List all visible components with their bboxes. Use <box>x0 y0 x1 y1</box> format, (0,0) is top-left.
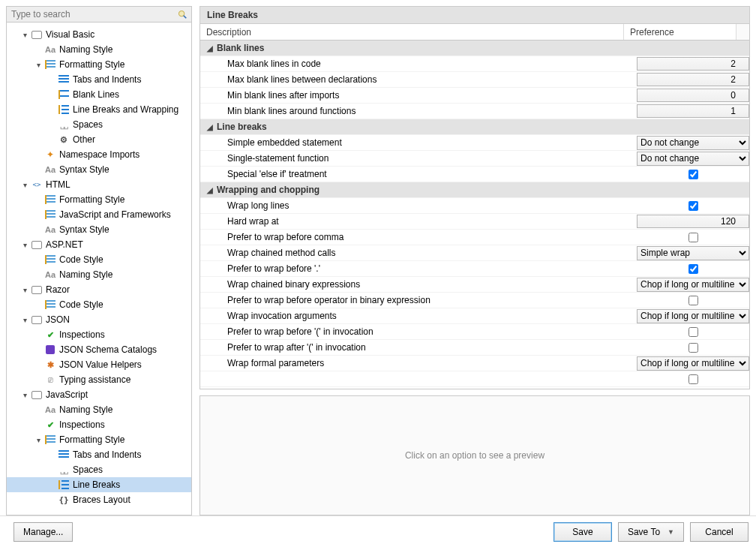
category-row[interactable]: ◢Blank lines <box>200 41 749 56</box>
option-description: Min blank lines after imports <box>200 90 637 101</box>
tree-item-formatting-style[interactable]: Formatting Style <box>7 57 191 72</box>
number-input[interactable] <box>637 104 749 118</box>
select-input[interactable]: Do not changeSimple wrapChop if long or … <box>637 278 749 292</box>
checkbox-input[interactable] <box>688 201 698 211</box>
cancel-button[interactable]: Cancel <box>690 522 748 542</box>
number-input[interactable] <box>637 215 749 228</box>
option-row: Max blank lines in code <box>200 56 749 72</box>
tree-item-html[interactable]: <>HTML <box>7 177 191 192</box>
tree-item-braces-layout[interactable]: {}Braces Layout <box>7 492 191 507</box>
tree-item-razor[interactable]: Razor <box>7 282 191 297</box>
tree-item-code-style[interactable]: Code Style <box>7 252 191 267</box>
tree-toggle-icon[interactable] <box>20 240 29 249</box>
checkbox-input[interactable] <box>688 170 698 179</box>
tree-toggle-icon[interactable] <box>20 285 29 294</box>
tree-item-formatting-style[interactable]: Formatting Style <box>7 192 191 207</box>
category-row[interactable]: ◢Line breaks <box>200 119 749 135</box>
tree-item-tabs-and-indents[interactable]: Tabs and Indents <box>7 447 191 462</box>
tree-toggle-icon[interactable] <box>20 315 29 324</box>
select-input[interactable]: Do not changeSimple wrapChop if long or … <box>637 152 749 166</box>
tree-item-icon <box>31 284 43 296</box>
save-to-button[interactable]: Save To ▼ <box>618 522 684 542</box>
tree-item-typing-assistance[interactable]: ⎚Typing assistance <box>7 372 191 387</box>
checkbox-input[interactable] <box>688 264 698 274</box>
tree-item-json-schema-catalogs[interactable]: JSON Schema Catalogs <box>7 342 191 357</box>
option-value-cell <box>637 293 749 308</box>
tree-toggle-icon[interactable] <box>34 60 43 69</box>
tree-item-namespace-imports[interactable]: ✦Namespace Imports <box>7 147 191 162</box>
tree-item-visual-basic[interactable]: Visual Basic <box>7 27 191 42</box>
checkbox-input[interactable] <box>688 233 698 242</box>
select-input[interactable]: Do not changeSimple wrapChop if long or … <box>637 356 749 371</box>
option-label: Wrap chained method calls <box>227 248 336 258</box>
save-button[interactable]: Save <box>554 522 612 542</box>
option-label: Max blank lines between declarations <box>227 74 376 85</box>
select-input[interactable]: Do not changeSimple wrapChop if long or … <box>637 309 749 323</box>
tree-item-label: Naming Style <box>59 269 112 280</box>
tree-toggle-icon[interactable] <box>20 180 29 189</box>
tree-item-naming-style[interactable]: AaNaming Style <box>7 402 191 417</box>
select-input[interactable]: Do not changeSimple wrapChop if long or … <box>637 246 749 260</box>
tree-item-line-breaks[interactable]: Line Breaks <box>7 477 191 492</box>
col-preference[interactable]: Preference <box>624 24 736 40</box>
tree-toggle-icon[interactable] <box>34 435 43 444</box>
option-value-cell <box>637 167 749 182</box>
tree-item-syntax-style[interactable]: AaSyntax Style <box>7 222 191 237</box>
tree-item-asp-net[interactable]: ASP.NET <box>7 237 191 252</box>
number-input[interactable] <box>637 57 749 71</box>
option-description: Max blank lines in code <box>200 59 637 69</box>
tree-item-spaces[interactable]: ␣␣Spaces <box>7 462 191 477</box>
option-value-cell: Do not changeSimple wrapChop if long or … <box>637 309 749 323</box>
option-label: Line breaks <box>217 122 267 132</box>
tree-item-naming-style[interactable]: AaNaming Style <box>7 267 191 282</box>
tree-item-inspections[interactable]: ✔Inspections <box>7 327 191 342</box>
tree-item-javascript[interactable]: JavaScript <box>7 387 191 402</box>
tree-item-icon <box>44 434 56 446</box>
tree-item-line-breaks-and-wrapping[interactable]: Line Breaks and Wrapping <box>7 102 191 117</box>
option-row: Wrap invocation argumentsDo not changeSi… <box>200 308 749 324</box>
option-description: Wrap chained binary expressions <box>200 279 637 290</box>
number-input[interactable] <box>637 73 749 86</box>
option-value-cell <box>637 73 749 86</box>
tree-item-icon <box>58 74 70 86</box>
tree-toggle-icon[interactable] <box>20 30 29 39</box>
option-description: Wrap chained method calls <box>200 248 637 258</box>
tree-toggle-icon[interactable] <box>20 390 29 399</box>
option-row: Max blank lines between declarations <box>200 72 749 88</box>
search-input[interactable] <box>10 8 176 20</box>
checkbox-input[interactable] <box>688 327 698 337</box>
manage-button[interactable]: Manage... <box>14 522 73 542</box>
table-header: Description Preference <box>200 24 749 41</box>
col-description[interactable]: Description <box>200 24 624 40</box>
tree-item-inspections[interactable]: ✔Inspections <box>7 417 191 432</box>
tree-item-label: Tabs and Indents <box>73 74 141 85</box>
tree-item-icon: Aa <box>44 404 56 416</box>
option-label: Hard wrap at <box>227 216 279 227</box>
select-input[interactable]: Do not changeSimple wrapChop if long or … <box>637 136 749 150</box>
tree-item-other[interactable]: ⚙Other <box>7 132 191 147</box>
tree-item-code-style[interactable]: Code Style <box>7 297 191 312</box>
tree-item-formatting-style[interactable]: Formatting Style <box>7 432 191 447</box>
tree-item-tabs-and-indents[interactable]: Tabs and Indents <box>7 72 191 87</box>
checkbox-input[interactable] <box>688 374 698 384</box>
option-label: Prefer to wrap before comma <box>227 232 344 242</box>
tree-item-spaces[interactable]: ␣␣Spaces <box>7 117 191 132</box>
tree-item-icon: ✔ <box>44 419 56 431</box>
search-icon[interactable] <box>176 8 188 20</box>
option-value-cell <box>637 199 749 213</box>
category-row[interactable]: ◢Wrapping and chopping <box>200 182 749 198</box>
tree-item-syntax-style[interactable]: AaSyntax Style <box>7 162 191 177</box>
tree-item-icon <box>44 194 56 206</box>
tree-item-blank-lines[interactable]: Blank Lines <box>7 87 191 102</box>
tree-item-javascript-and-frameworks[interactable]: JavaScript and Frameworks <box>7 207 191 222</box>
tree-item-icon: ✦ <box>44 149 56 161</box>
svg-point-0 <box>178 11 184 16</box>
number-input[interactable] <box>637 89 749 102</box>
nav-tree[interactable]: Visual BasicAaNaming StyleFormatting Sty… <box>6 23 192 515</box>
checkbox-input[interactable] <box>688 296 698 305</box>
tree-item-json[interactable]: JSON <box>7 312 191 327</box>
tree-item-json-value-helpers[interactable]: ✱JSON Value Helpers <box>7 357 191 372</box>
option-description: ◢Wrapping and chopping <box>200 185 637 195</box>
checkbox-input[interactable] <box>688 343 698 353</box>
tree-item-naming-style[interactable]: AaNaming Style <box>7 42 191 57</box>
